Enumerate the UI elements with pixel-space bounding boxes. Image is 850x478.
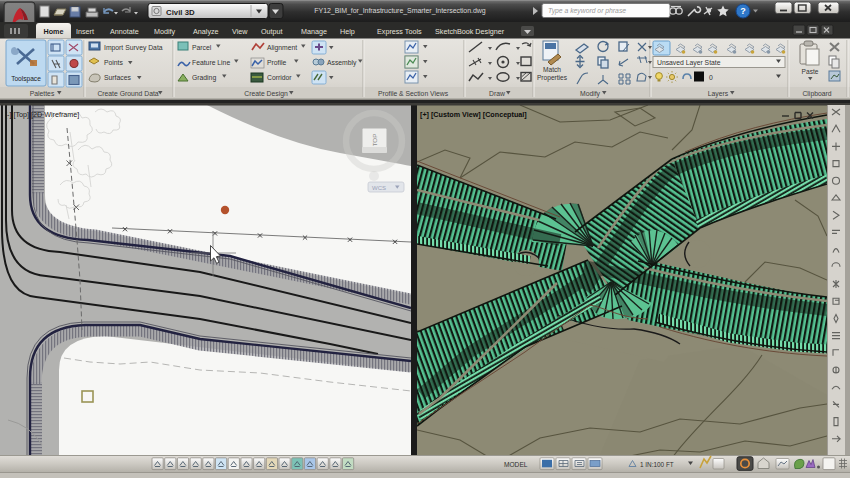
svg-text:Create Ground Data: Create Ground Data bbox=[97, 90, 158, 97]
svg-text:Palettes: Palettes bbox=[30, 90, 55, 97]
svg-text:Help: Help bbox=[340, 27, 355, 36]
svg-text:Type a keyword or phrase: Type a keyword or phrase bbox=[548, 7, 626, 15]
svg-text:Match: Match bbox=[543, 66, 561, 73]
svg-text:Corridor: Corridor bbox=[267, 74, 292, 81]
svg-text:Grading: Grading bbox=[192, 74, 216, 82]
svg-text:Clipboard: Clipboard bbox=[802, 90, 831, 98]
svg-text:MODEL: MODEL bbox=[504, 461, 528, 468]
svg-text:[-] [Top] [2D Wireframe]: [-] [Top] [2D Wireframe] bbox=[5, 110, 79, 119]
svg-text:1 IN:100 FT: 1 IN:100 FT bbox=[640, 461, 674, 468]
svg-text:?: ? bbox=[740, 6, 746, 16]
svg-text:Assembly: Assembly bbox=[327, 59, 357, 67]
svg-text:Feature Line: Feature Line bbox=[192, 59, 230, 66]
svg-text:0: 0 bbox=[709, 74, 713, 81]
svg-text:Output: Output bbox=[261, 27, 283, 36]
svg-text:Toolspace: Toolspace bbox=[11, 75, 41, 83]
svg-text:Insert: Insert bbox=[76, 27, 94, 36]
svg-text:Modify: Modify bbox=[154, 27, 176, 36]
svg-text:View: View bbox=[232, 27, 248, 36]
svg-text:Points: Points bbox=[104, 59, 123, 66]
svg-text:Draw: Draw bbox=[489, 90, 505, 97]
svg-text:[+] [Custom View] [Conceptual]: [+] [Custom View] [Conceptual] bbox=[420, 110, 527, 119]
svg-text:SketchBook Designer: SketchBook Designer bbox=[435, 27, 505, 36]
svg-text:Layers: Layers bbox=[708, 90, 729, 98]
svg-text:Analyze: Analyze bbox=[193, 27, 219, 36]
svg-text:Manage: Manage bbox=[301, 27, 327, 36]
svg-text:Express Tools: Express Tools bbox=[377, 27, 422, 36]
svg-text:FY12_BIM_for_Infrastructure_Sm: FY12_BIM_for_Infrastructure_Smarter_Inte… bbox=[314, 7, 485, 15]
svg-text:WCS: WCS bbox=[372, 185, 386, 191]
svg-text:Profile: Profile bbox=[267, 59, 286, 66]
svg-text:Modify: Modify bbox=[580, 90, 601, 98]
svg-text:Surfaces: Surfaces bbox=[104, 74, 131, 81]
svg-text:Create Design: Create Design bbox=[244, 90, 288, 98]
svg-text:Paste: Paste bbox=[802, 68, 819, 75]
svg-text:Alignment: Alignment bbox=[267, 44, 297, 52]
svg-text:Annotate: Annotate bbox=[110, 27, 139, 36]
svg-text:Unsaved Layer State: Unsaved Layer State bbox=[657, 59, 721, 67]
svg-text:Home: Home bbox=[44, 27, 64, 36]
svg-text:TOP: TOP bbox=[371, 134, 378, 147]
svg-text:Profile & Section Views: Profile & Section Views bbox=[378, 90, 449, 97]
svg-text:Parcel: Parcel bbox=[192, 44, 212, 51]
svg-text:Import Survey Data: Import Survey Data bbox=[104, 44, 163, 52]
svg-text:Civil 3D: Civil 3D bbox=[166, 8, 195, 17]
svg-text:Properties: Properties bbox=[537, 74, 568, 82]
